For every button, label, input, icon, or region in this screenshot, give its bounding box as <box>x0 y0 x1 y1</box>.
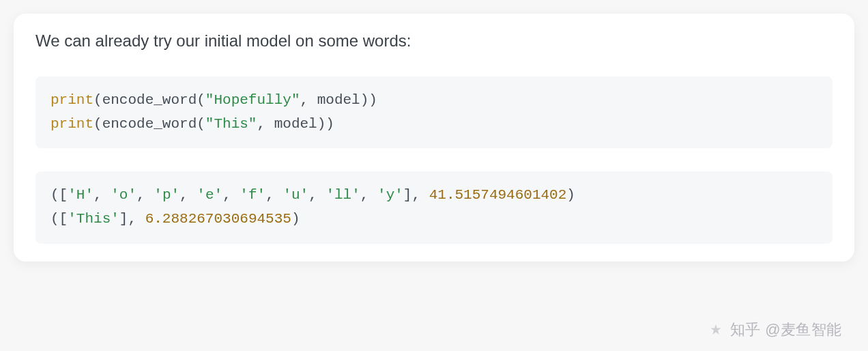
paren-close: ) <box>566 187 575 203</box>
code-input-block: print(encode_word("Hopefully", model)) p… <box>35 76 833 148</box>
paren-close: ) <box>291 211 300 227</box>
ident-model: model <box>317 92 360 108</box>
token-item: 'o' <box>111 187 136 203</box>
token-item: 'e' <box>197 187 222 203</box>
paren-close: )) <box>317 116 334 132</box>
token-item: 'p' <box>154 187 179 203</box>
paren-open: ( <box>93 92 102 108</box>
token-item: 'f' <box>240 187 265 203</box>
score-number: 41.5157494601402 <box>429 187 567 203</box>
str-literal: "Hopefully" <box>205 92 300 108</box>
token-item: 'u' <box>283 187 308 203</box>
comma: , <box>222 187 240 203</box>
paren-open: ([ <box>50 211 68 227</box>
ident-model: model <box>274 116 317 132</box>
paren-open: ([ <box>50 187 68 203</box>
code-output-block: (['H', 'o', 'p', 'e', 'f', 'u', 'll', 'y… <box>35 171 833 243</box>
score-number: 6.288267030694535 <box>145 211 291 227</box>
fn-print: print <box>50 92 93 108</box>
watermark-brand: 知乎 <box>730 321 761 338</box>
paren-open: ( <box>93 116 102 132</box>
paren-open: ( <box>197 116 205 132</box>
str-literal: "This" <box>205 116 257 132</box>
token-item: 'y' <box>377 187 403 203</box>
comma: , <box>179 187 197 203</box>
comma: , <box>300 92 317 108</box>
token-item: 'll' <box>326 187 360 203</box>
comma: , <box>257 116 274 132</box>
fn-encode-word: encode_word <box>102 92 197 108</box>
bracket-close: ], <box>119 211 145 227</box>
token-item: 'H' <box>68 187 93 203</box>
watermark: 知乎 @麦鱼智能 <box>709 320 842 340</box>
intro-text: We can already try our initial model on … <box>35 31 833 51</box>
bracket-close: ], <box>403 187 429 203</box>
zhihu-icon <box>709 323 723 337</box>
comma: , <box>265 187 283 203</box>
paren-open: ( <box>197 92 205 108</box>
comma: , <box>360 187 377 203</box>
fn-print: print <box>50 116 93 132</box>
comma: , <box>308 187 326 203</box>
comma: , <box>136 187 154 203</box>
content-card: We can already try our initial model on … <box>14 14 854 262</box>
fn-encode-word: encode_word <box>102 116 197 132</box>
paren-close: )) <box>360 92 377 108</box>
token-item: 'This' <box>68 211 119 227</box>
watermark-user: @麦鱼智能 <box>765 321 842 338</box>
comma: , <box>93 187 111 203</box>
